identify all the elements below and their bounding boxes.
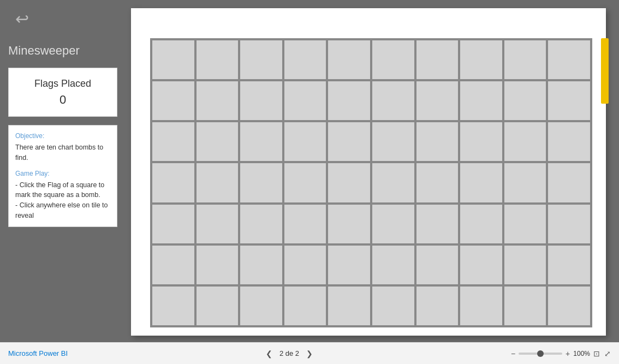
zoom-out-button[interactable]: −: [511, 349, 515, 358]
grid-cell[interactable]: [151, 80, 195, 121]
grid-cell[interactable]: [547, 285, 591, 326]
zoom-slider[interactable]: [519, 353, 562, 355]
grid-cell[interactable]: [547, 121, 591, 162]
grid-cell[interactable]: [327, 204, 371, 244]
page-navigation: ❮ 2 de 2 ❯: [263, 348, 316, 359]
grid-cell[interactable]: [415, 285, 460, 326]
grid-cell[interactable]: [327, 285, 371, 326]
grid-cell[interactable]: [327, 244, 371, 285]
grid-cell[interactable]: [547, 80, 591, 121]
content-area: [126, 0, 619, 342]
grid-cell[interactable]: [151, 121, 195, 162]
grid-cell[interactable]: [239, 121, 283, 162]
prev-page-button[interactable]: ❮: [263, 348, 275, 359]
grid-cell[interactable]: [283, 204, 328, 244]
app-title: Minesweeper: [8, 44, 117, 58]
grid-cell[interactable]: [151, 204, 195, 244]
grid-cell[interactable]: [327, 80, 371, 121]
grid-cell[interactable]: [503, 204, 547, 244]
grid-cell[interactable]: [503, 162, 547, 203]
flags-card: Flags Placed 0: [8, 68, 117, 117]
grid-cell[interactable]: [151, 244, 195, 285]
grid-cell[interactable]: [459, 80, 503, 121]
grid-cell[interactable]: [371, 162, 415, 203]
grid-cell[interactable]: [239, 285, 283, 326]
grid-cell[interactable]: [327, 121, 371, 162]
grid-cell[interactable]: [283, 121, 328, 162]
grid-cell[interactable]: [415, 162, 460, 203]
minesweeper-grid[interactable]: [150, 38, 592, 327]
next-page-button[interactable]: ❯: [303, 348, 316, 359]
grid-cell[interactable]: [195, 204, 240, 244]
objective-label: Objective:: [15, 131, 110, 141]
grid-cell[interactable]: [239, 162, 283, 203]
grid-cell[interactable]: [239, 39, 283, 80]
sidebar: ↩ Minesweeper Flags Placed 0 Objective: …: [0, 0, 126, 342]
grid-cell[interactable]: [415, 121, 460, 162]
grid-cell[interactable]: [195, 285, 240, 326]
back-button[interactable]: ↩: [8, 5, 35, 33]
zoom-level: 100%: [573, 350, 590, 357]
page-info: 2 de 2: [279, 349, 299, 357]
grid-cell[interactable]: [415, 80, 460, 121]
grid-cell[interactable]: [547, 204, 591, 244]
grid-cell[interactable]: [415, 204, 460, 244]
grid-cell[interactable]: [327, 162, 371, 203]
grid-cell[interactable]: [195, 121, 240, 162]
grid-cell[interactable]: [151, 162, 195, 203]
zoom-in-button[interactable]: +: [566, 349, 570, 358]
grid-cell[interactable]: [195, 162, 240, 203]
grid-cell[interactable]: [503, 80, 547, 121]
grid-cell[interactable]: [239, 80, 283, 121]
grid-cell[interactable]: [195, 244, 240, 285]
grid-cell[interactable]: [371, 285, 415, 326]
grid-cell[interactable]: [371, 121, 415, 162]
grid-cell[interactable]: [547, 244, 591, 285]
zoom-controls: − + 100% ⊡ ⤢: [511, 349, 611, 358]
grid-cell[interactable]: [283, 244, 328, 285]
grid-cell[interactable]: [547, 39, 591, 80]
info-card: Objective: There are ten chart bombs to …: [8, 125, 117, 227]
grid-cell[interactable]: [459, 244, 503, 285]
objective-text: There are ten chart bombs to find.: [15, 142, 110, 163]
grid-cell[interactable]: [459, 204, 503, 244]
grid-cell[interactable]: [415, 39, 460, 80]
grid-cell[interactable]: [283, 80, 328, 121]
grid-cell[interactable]: [195, 39, 240, 80]
grid-cell[interactable]: [371, 80, 415, 121]
grid-cell[interactable]: [283, 39, 328, 80]
zoom-icons: ⊡ ⤢: [593, 349, 611, 358]
grid-cell[interactable]: [371, 244, 415, 285]
powerbi-link[interactable]: Microsoft Power BI: [8, 349, 68, 357]
grid-cell[interactable]: [415, 244, 460, 285]
zoom-slider-thumb: [537, 350, 544, 357]
grid-cell[interactable]: [459, 162, 503, 203]
grid-cell[interactable]: [503, 121, 547, 162]
fullscreen-icon[interactable]: ⤢: [604, 349, 611, 358]
yellow-scroll-bar: [601, 38, 609, 104]
grid-cell[interactable]: [503, 244, 547, 285]
grid-cell[interactable]: [371, 39, 415, 80]
grid-cell[interactable]: [239, 244, 283, 285]
grid-cell[interactable]: [371, 204, 415, 244]
flags-value: 0: [17, 93, 109, 107]
grid-cell[interactable]: [459, 39, 503, 80]
fit-to-window-icon[interactable]: ⊡: [593, 349, 600, 358]
grid-cell[interactable]: [151, 285, 195, 326]
back-icon: ↩: [15, 11, 29, 27]
grid-cell[interactable]: [283, 162, 328, 203]
gameplay-label: Game Play:: [15, 169, 110, 178]
report-paper: [131, 8, 606, 336]
grid-cell[interactable]: [503, 285, 547, 326]
grid-cell[interactable]: [327, 39, 371, 80]
grid-cell[interactable]: [503, 39, 547, 80]
grid-cell[interactable]: [459, 285, 503, 326]
grid-cell[interactable]: [283, 285, 328, 326]
grid-cell[interactable]: [547, 162, 591, 203]
grid-cell[interactable]: [459, 121, 503, 162]
grid-cell[interactable]: [151, 39, 195, 80]
bottom-bar: Microsoft Power BI ❮ 2 de 2 ❯ − + 100% ⊡…: [0, 342, 619, 364]
gameplay-text: - Click the Flag of a square to mark the…: [15, 180, 110, 221]
grid-cell[interactable]: [195, 80, 240, 121]
grid-cell[interactable]: [239, 204, 283, 244]
